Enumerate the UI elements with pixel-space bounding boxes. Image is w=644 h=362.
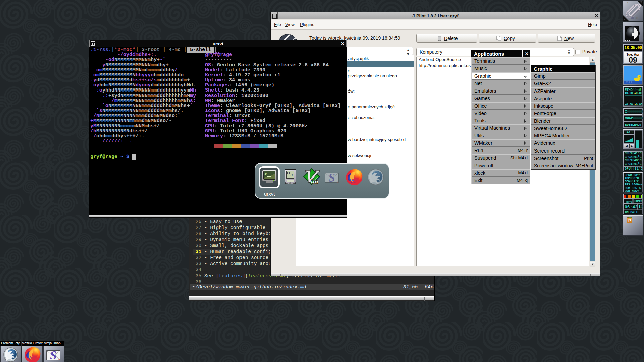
svg-text:S: S xyxy=(50,349,57,362)
svg-text:main: main xyxy=(631,16,638,20)
svg-text:1: 1 xyxy=(627,2,629,6)
svg-text:S: S xyxy=(328,171,335,184)
svg-text:im: im xyxy=(311,177,318,185)
